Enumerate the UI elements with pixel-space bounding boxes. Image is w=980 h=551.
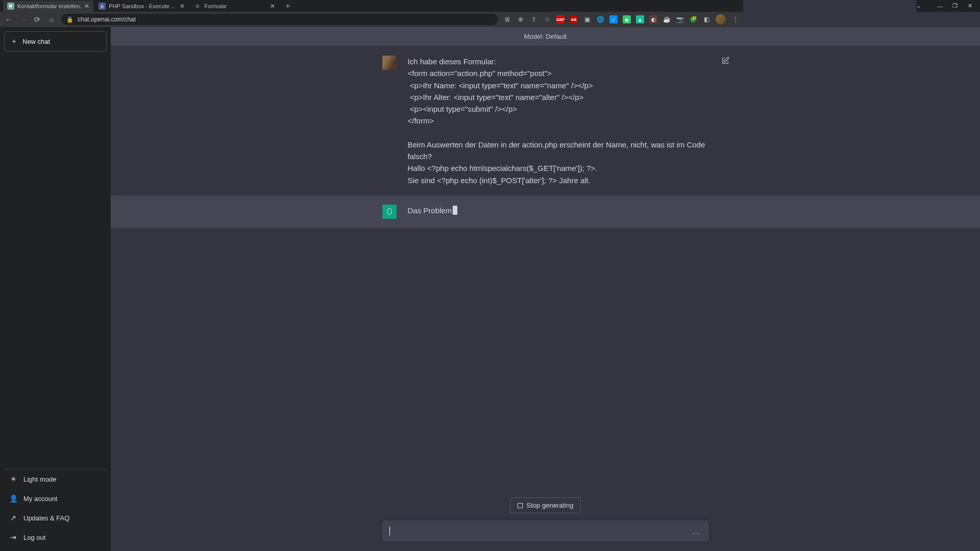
app-root: ＋ New chat ☀ Light mode 👤 My account ↗ U… [0,27,743,416]
globe-icon[interactable]: 🌐 [596,15,604,23]
assistant-avatar [382,205,397,219]
tab-active[interactable]: ✺ Kontaktformular erstellen. ✕ [3,1,93,12]
ext-dark-icon[interactable]: ◐ [649,15,657,23]
model-label: Model: Default [111,27,743,46]
tab-title: Kontaktformular erstellen. [17,3,81,9]
new-tab-button[interactable]: + [280,2,295,11]
assistant-message-row: Das Problem [111,195,743,228]
browser-tab-strip: ✺ Kontaktformular erstellen. ✕ p PHP San… [0,0,743,12]
close-tab-icon[interactable]: ✕ [81,3,89,10]
home-button[interactable]: ⌂ [47,15,56,23]
new-chat-label: New chat [22,38,50,45]
chatgpt-favicon: ✺ [7,3,14,10]
cast-icon[interactable]: ▣ [583,15,591,23]
lock-icon: 🔒 [66,16,74,23]
adblock2-icon[interactable]: AB [570,15,578,23]
user-message-text: Ich habe dieses Formular: <form action="… [408,56,709,186]
ext-check-icon[interactable]: ✓ [609,15,618,23]
kofi-icon[interactable]: ☕ [663,15,671,23]
user-message-row: Ich habe dieses Formular: <form action="… [111,46,743,195]
address-bar[interactable]: 🔒 chat.openai.com/chat [61,14,498,25]
page-favicon: 🗎 [194,3,201,10]
browser-toolbar: ← → ⟳ ⌂ 🔒 chat.openai.com/chat ⊞ ⊕ ⇪ ☆ A… [0,12,743,27]
extensions-puzzle-icon[interactable]: 🧩 [689,15,697,23]
tab-php-sandbox[interactable]: p PHP Sandbox - Execute PHP cod ✕ [94,1,189,12]
tab-title: Formular [204,3,267,9]
close-tab-icon[interactable]: ✕ [267,3,275,10]
sidebar: ＋ New chat ☀ Light mode 👤 My account ↗ U… [0,27,111,416]
edit-icon[interactable] [721,57,729,66]
side-panel-icon[interactable]: ◧ [702,15,710,23]
reload-button[interactable]: ⟳ [33,15,42,23]
tab-title: PHP Sandbox - Execute PHP cod [109,3,177,9]
plus-icon: ＋ [11,37,17,46]
ext-green-icon[interactable]: ◆ [623,15,631,23]
new-chat-button[interactable]: ＋ New chat [4,31,107,52]
url-text: chat.openai.com/chat [78,16,136,23]
extension-icons: ⊞ ⊕ ⇪ ☆ ABP AB ▣ 🌐 ✓ ◆ ▲ ◐ ☕ 📷 🧩 ◧ ⋮ [503,14,739,24]
zoom-icon[interactable]: ⊕ [517,15,525,23]
typing-cursor [453,206,457,215]
profile-avatar-icon[interactable] [716,14,726,24]
close-tab-icon[interactable]: ✕ [177,3,185,10]
forward-button[interactable]: → [18,15,28,23]
camera-icon[interactable]: 📷 [676,15,684,23]
kebab-menu-icon[interactable]: ⋮ [731,15,739,23]
adblock-icon[interactable]: ABP [556,15,565,23]
translate-icon[interactable]: ⊞ [503,15,511,23]
bookmark-star-icon[interactable]: ☆ [543,15,551,23]
user-avatar [382,56,397,70]
assistant-message-text: Das Problem [408,205,709,219]
share-icon[interactable]: ⇪ [530,15,538,23]
main-panel: Model: Default Ich habe dieses Formular:… [111,27,743,416]
php-favicon: p [99,3,106,10]
message-list: Ich habe dieses Formular: <form action="… [111,46,743,416]
tab-formular[interactable]: 🗎 Formular ✕ [190,1,279,12]
back-button[interactable]: ← [4,15,13,23]
ext-teal-icon[interactable]: ▲ [636,15,644,23]
